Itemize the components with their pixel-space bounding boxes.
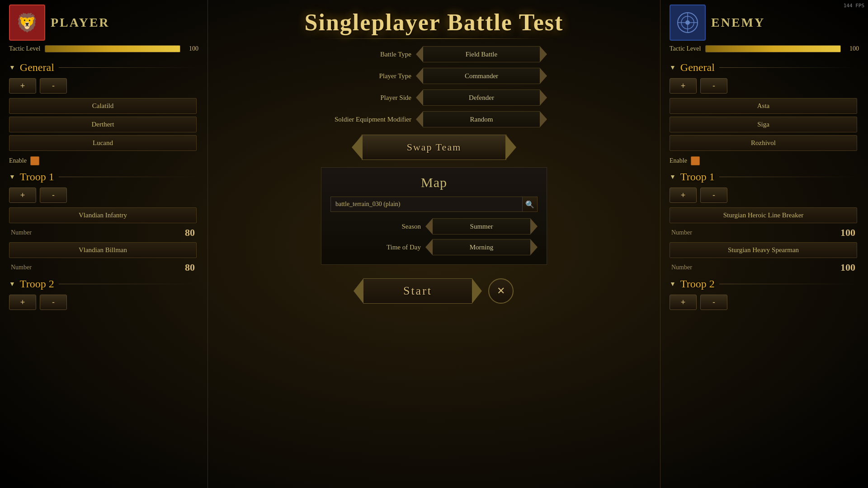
fps-counter: 144 FPS xyxy=(844,3,864,9)
player-troop1-section: ▼ Troop 1 + - Vlandian Infantry Number 8… xyxy=(9,171,197,274)
start-label: Start xyxy=(403,284,432,298)
player-type-right-arrow[interactable] xyxy=(540,68,547,84)
player-emblem: 🦁 xyxy=(9,5,45,41)
player-tactic-label: Tactic Level xyxy=(9,45,40,52)
player-troop1-line xyxy=(59,177,197,177)
player-troop1-unit2-number-row: Number 80 xyxy=(9,261,197,274)
player-troop1-unit1-number-label: Number xyxy=(11,229,32,236)
enemy-troop1-remove-btn[interactable]: - xyxy=(700,188,727,203)
center-panel: Singleplayer Battle Test Battle Type Fie… xyxy=(208,0,660,488)
player-general-2[interactable]: Derthert xyxy=(9,117,197,132)
soldier-equipment-right-arrow[interactable] xyxy=(540,111,547,127)
player-tactic-bar xyxy=(45,45,180,52)
player-troop1-add-btn[interactable]: + xyxy=(9,188,36,203)
swap-team-button[interactable]: Swap Team xyxy=(353,135,515,160)
player-side-selector: Defender xyxy=(416,89,547,106)
map-search-row: 🔍 xyxy=(330,197,538,212)
player-type-selector: Commander xyxy=(416,68,547,84)
player-content: ▼ General + - Calatild Derthert Lucand E… xyxy=(9,58,198,483)
enemy-emblem xyxy=(670,5,706,41)
enemy-general-line xyxy=(719,67,857,68)
enemy-general-2[interactable]: Siga xyxy=(670,117,857,132)
enemy-troop1-unit2-number-value: 100 xyxy=(840,262,855,273)
player-troop2-controls: + - xyxy=(9,295,197,310)
player-troop1-unit1[interactable]: Vlandian Infantry xyxy=(9,207,197,223)
cancel-button[interactable]: ✕ xyxy=(488,278,514,304)
battle-type-selector: Field Battle xyxy=(416,46,547,62)
enemy-troop1-title: Troop 1 xyxy=(680,171,715,183)
time-of-day-right-arrow[interactable] xyxy=(530,239,538,255)
enemy-side: ENEMY Tactic Level 100 ▼ General + - Ast… xyxy=(660,0,868,488)
season-selector: Summer xyxy=(425,218,538,235)
player-side-value: Defender xyxy=(423,89,540,106)
enemy-content: ▼ General + - Asta Siga Rozhivol Enable … xyxy=(670,58,859,483)
player-troop1-unit2[interactable]: Vlandian Billman xyxy=(9,242,197,258)
enemy-troop2-title: Troop 2 xyxy=(680,278,715,290)
player-general-header: ▼ General xyxy=(9,61,197,74)
time-of-day-label: Time of Day xyxy=(330,244,425,251)
enemy-label: ENEMY xyxy=(711,15,765,30)
player-troop2-remove-btn[interactable]: - xyxy=(40,295,67,310)
map-search-input[interactable] xyxy=(330,197,522,212)
player-troop2-add-btn[interactable]: + xyxy=(9,295,36,310)
player-troop1-unit2-number-value: 80 xyxy=(185,262,195,273)
battle-type-row: Battle Type Field Battle xyxy=(321,46,547,62)
player-general-3[interactable]: Lucand xyxy=(9,135,197,151)
enemy-troop1-unit2-number-label: Number xyxy=(671,264,692,271)
player-tactic-value: 100 xyxy=(185,45,198,52)
enemy-troop1-unit2[interactable]: Sturgian Heavy Spearman xyxy=(670,242,857,258)
player-tactic-fill xyxy=(45,46,180,52)
enemy-troop2-header: ▼ Troop 2 xyxy=(670,278,857,290)
season-left-arrow[interactable] xyxy=(425,218,433,235)
enemy-troop2-controls: + - xyxy=(670,295,857,310)
soldier-equipment-label: Soldier Equipment Modifier xyxy=(321,116,416,123)
player-troop2-line xyxy=(59,284,197,284)
player-troop1-unit1-number-row: Number 80 xyxy=(9,226,197,239)
player-troop1-chevron: ▼ xyxy=(9,174,15,181)
player-side-left-arrow[interactable] xyxy=(416,89,423,106)
player-type-left-arrow[interactable] xyxy=(416,68,423,84)
soldier-equipment-left-arrow[interactable] xyxy=(416,111,423,127)
battle-type-right-arrow[interactable] xyxy=(540,46,547,62)
battle-type-left-arrow[interactable] xyxy=(416,46,423,62)
enemy-general-3[interactable]: Rozhivol xyxy=(670,135,857,151)
player-troop1-remove-btn[interactable]: - xyxy=(40,188,67,203)
enemy-header: ENEMY xyxy=(670,5,859,41)
player-general-add-btn[interactable]: + xyxy=(9,78,36,94)
player-general-1[interactable]: Calatild xyxy=(9,98,197,114)
enemy-troop2-remove-btn[interactable]: - xyxy=(700,295,727,310)
enemy-general-remove-btn[interactable]: - xyxy=(700,78,727,94)
battle-type-value: Field Battle xyxy=(423,46,540,62)
time-of-day-left-arrow[interactable] xyxy=(425,239,433,255)
enemy-general-title: General xyxy=(680,61,715,74)
map-search-button[interactable]: 🔍 xyxy=(522,197,538,212)
player-troop2-title: Troop 2 xyxy=(20,278,54,290)
soldier-equipment-selector: Random xyxy=(416,111,547,127)
player-side-right-arrow[interactable] xyxy=(540,89,547,106)
enemy-enable-checkbox[interactable] xyxy=(691,156,700,165)
time-of-day-value: Morning xyxy=(433,239,530,255)
enemy-troop1-unit1[interactable]: Sturgian Heroic Line Breaker xyxy=(670,207,857,223)
start-right-arrow xyxy=(472,278,482,304)
svg-point-4 xyxy=(685,20,690,25)
player-troop2-header: ▼ Troop 2 xyxy=(9,278,197,290)
player-general-remove-btn[interactable]: - xyxy=(40,78,67,94)
start-button[interactable]: Start xyxy=(354,278,481,304)
player-label: PLAYER xyxy=(51,15,110,30)
player-troop1-unit2-number-label: Number xyxy=(11,264,32,271)
enemy-tactic-bar xyxy=(705,45,841,52)
enemy-troop2-add-btn[interactable]: + xyxy=(670,295,697,310)
enemy-general-add-btn[interactable]: + xyxy=(670,78,697,94)
enemy-troop1-add-btn[interactable]: + xyxy=(670,188,697,203)
season-right-arrow[interactable] xyxy=(530,218,538,235)
enemy-tactic-value: 100 xyxy=(845,45,859,52)
enemy-troop1-line xyxy=(719,177,857,177)
enemy-troop1-header: ▼ Troop 1 xyxy=(670,171,857,183)
enemy-general-1[interactable]: Asta xyxy=(670,98,857,114)
enemy-general-chevron: ▼ xyxy=(670,64,676,71)
swap-left-arrow xyxy=(352,135,363,160)
player-troop1-unit1-number-value: 80 xyxy=(185,227,195,239)
player-enable-checkbox[interactable] xyxy=(30,156,39,165)
enemy-tactic-row: Tactic Level 100 xyxy=(670,45,859,52)
soldier-equipment-value: Random xyxy=(423,111,540,127)
